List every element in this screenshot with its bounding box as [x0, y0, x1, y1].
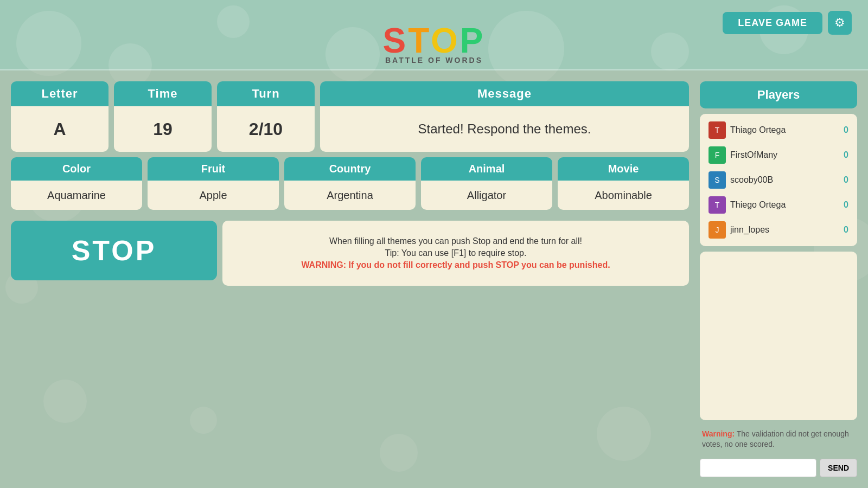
info-row: Letter A Time 19 Turn 2/10 Message Start…	[11, 81, 689, 152]
player-score: 0	[844, 175, 848, 185]
category-header-country: Country	[284, 157, 416, 181]
content-area: Letter A Time 19 Turn 2/10 Message Start…	[0, 70, 868, 488]
category-cell-animal: Animal	[421, 157, 552, 210]
logo-text: STOP	[382, 23, 485, 58]
player-score: 0	[844, 150, 848, 160]
turn-label: Turn	[217, 81, 315, 106]
time-value: 19	[114, 106, 212, 152]
letter-cell: Letter A	[11, 81, 108, 152]
time-label: Time	[114, 81, 212, 106]
logo-o: O	[431, 21, 460, 60]
players-panel: Players TThiago Ortega0FFirstOfMany0Ssco…	[700, 81, 857, 477]
category-input-wrap-animal	[421, 181, 552, 210]
leave-game-button[interactable]: LEAVE GAME	[723, 12, 822, 34]
player-avatar: J	[709, 221, 726, 239]
logo-subtitle: BATTLE OF WORDS	[385, 56, 483, 65]
player-score: 0	[844, 125, 848, 135]
category-header-color: Color	[11, 157, 142, 181]
logo-t: T	[408, 21, 431, 60]
warning-text: Warning: The validation did not get enou…	[700, 426, 857, 453]
letter-label: Letter	[11, 81, 108, 106]
player-name: scooby00B	[730, 175, 839, 185]
player-avatar: F	[709, 146, 726, 164]
instruction-line-2: Tip: You can use [F1] to require stop.	[235, 248, 676, 258]
instructions-box: When filling all themes you can push Sto…	[222, 221, 689, 286]
logo-p: P	[460, 21, 486, 60]
instruction-warning: WARNING: If you do not fill correctly an…	[235, 260, 676, 270]
main-container: STOP BATTLE OF WORDS LEAVE GAME ⚙ Letter…	[0, 0, 868, 488]
category-input-wrap-fruit	[148, 181, 279, 210]
chat-area	[700, 252, 857, 420]
send-button[interactable]: SEND	[820, 459, 857, 477]
bottom-row: STOP When filling all themes you can pus…	[11, 221, 689, 286]
player-name: Thiego Ortega	[730, 200, 839, 210]
message-label: Message	[320, 81, 689, 106]
category-cell-fruit: Fruit	[148, 157, 279, 210]
instruction-line-1: When filling all themes you can push Sto…	[235, 236, 676, 246]
player-avatar: T	[709, 196, 726, 214]
player-name: Thiago Ortega	[730, 125, 839, 135]
chat-input-row: SEND	[700, 459, 857, 477]
player-row: Jjinn_lopes0	[705, 219, 852, 241]
message-cell: Message Started! Respond the themes.	[320, 81, 689, 152]
category-input-wrap-movie	[558, 181, 689, 210]
players-list: TThiago Ortega0FFirstOfMany0Sscooby00B0T…	[700, 114, 857, 246]
player-score: 0	[844, 225, 848, 235]
top-bar: STOP BATTLE OF WORDS LEAVE GAME ⚙	[0, 0, 868, 70]
category-header-animal: Animal	[421, 157, 552, 181]
category-input-fruit[interactable]	[153, 189, 273, 202]
player-row: TThiago Ortega0	[705, 119, 852, 141]
logo-s: S	[382, 21, 408, 60]
warning-label: Warning:	[702, 429, 735, 438]
category-cell-country: Country	[284, 157, 416, 210]
letter-value: A	[11, 106, 108, 152]
player-avatar: S	[709, 171, 726, 189]
game-panel: Letter A Time 19 Turn 2/10 Message Start…	[11, 81, 689, 477]
player-row: TThiego Ortega0	[705, 194, 852, 216]
turn-value: 2/10	[217, 106, 315, 152]
category-input-animal[interactable]	[426, 189, 547, 202]
logo: STOP BATTLE OF WORDS	[382, 23, 485, 65]
category-header-movie: Movie	[558, 157, 689, 181]
player-row: Sscooby00B0	[705, 169, 852, 191]
player-score: 0	[844, 200, 848, 210]
category-cell-color: Color	[11, 157, 142, 210]
stop-button[interactable]: STOP	[11, 221, 217, 280]
time-cell: Time 19	[114, 81, 212, 152]
category-header-fruit: Fruit	[148, 157, 279, 181]
player-name: FirstOfMany	[730, 150, 839, 160]
chat-input[interactable]	[700, 459, 816, 477]
player-name: jinn_lopes	[730, 225, 839, 235]
player-avatar: T	[709, 121, 726, 139]
player-row: FFirstOfMany0	[705, 144, 852, 166]
turn-cell: Turn 2/10	[217, 81, 315, 152]
settings-button[interactable]: ⚙	[828, 11, 852, 35]
category-input-wrap-country	[284, 181, 416, 210]
category-input-country[interactable]	[290, 189, 410, 202]
category-input-color[interactable]	[16, 189, 137, 202]
players-header: Players	[700, 81, 857, 108]
categories-row: ColorFruitCountryAnimalMovie	[11, 157, 689, 210]
top-right-buttons: LEAVE GAME ⚙	[723, 11, 852, 35]
message-value: Started! Respond the themes.	[320, 106, 689, 152]
category-input-movie[interactable]	[563, 189, 684, 202]
category-cell-movie: Movie	[558, 157, 689, 210]
category-input-wrap-color	[11, 181, 142, 210]
